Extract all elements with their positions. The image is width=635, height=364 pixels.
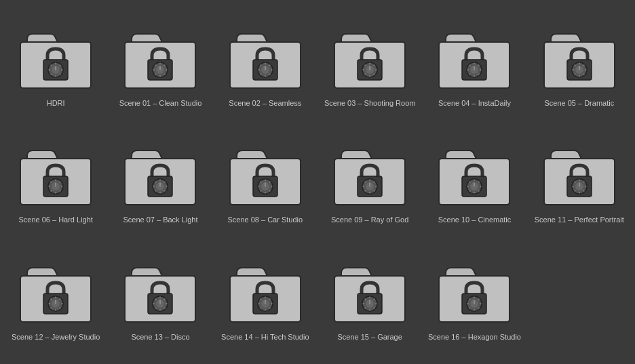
folder-label-0: HDRI (47, 99, 65, 107)
folder-icon-2 (225, 24, 306, 96)
folder-icon-12 (15, 258, 96, 329)
folder-item-1[interactable]: Scene 01 – Clean Studio (108, 7, 212, 123)
folder-item-0[interactable]: HDRI (3, 7, 108, 123)
folder-label-6: Scene 06 – Hard Light (18, 216, 92, 224)
folder-item-13[interactable]: Scene 13 – Disco (108, 241, 212, 357)
folder-icon-5 (539, 24, 620, 96)
folder-grid: HDRIScene 01 – Clean StudioScene 02 – Se… (0, 0, 635, 364)
folder-item-3[interactable]: Scene 03 – Shooting Room (318, 7, 422, 123)
folder-item-14[interactable]: Scene 14 – Hi Tech Studio (213, 241, 318, 357)
folder-label-8: Scene 08 – Car Studio (227, 216, 303, 224)
folder-label-7: Scene 07 – Back Light (123, 216, 197, 224)
folder-icon-4 (434, 24, 515, 96)
folder-icon-1 (119, 24, 201, 96)
folder-label-16: Scene 16 – Hexagon Studio (428, 333, 521, 341)
folder-icon-8 (225, 141, 306, 212)
folder-item-7[interactable]: Scene 07 – Back Light (108, 123, 212, 240)
folder-label-4: Scene 04 – InstaDaily (438, 99, 511, 107)
folder-label-10: Scene 10 – Cinematic (438, 216, 512, 224)
folder-icon-0 (15, 24, 96, 96)
folder-item-16[interactable]: Scene 16 – Hexagon Studio (422, 241, 526, 357)
folder-item-10[interactable]: Scene 10 – Cinematic (422, 123, 526, 240)
folder-label-3: Scene 03 – Shooting Room (324, 99, 416, 107)
folder-label-12: Scene 12 – Jewelry Studio (12, 333, 100, 341)
folder-icon-6 (15, 141, 96, 212)
folder-icon-14 (225, 258, 306, 329)
folder-item-4[interactable]: Scene 04 – InstaDaily (422, 7, 526, 123)
folder-item-12[interactable]: Scene 12 – Jewelry Studio (3, 241, 108, 357)
folder-item-2[interactable]: Scene 02 – Seamless (213, 7, 318, 123)
folder-icon-11 (539, 141, 620, 212)
folder-item-15[interactable]: Scene 15 – Garage (318, 241, 422, 357)
folder-icon-16 (434, 258, 515, 329)
folder-label-11: Scene 11 – Perfect Portrait (535, 216, 624, 224)
folder-icon-3 (329, 24, 410, 96)
folder-item-9[interactable]: Scene 09 – Ray of God (318, 123, 422, 240)
folder-label-2: Scene 02 – Seamless (229, 99, 301, 107)
folder-item-6[interactable]: Scene 06 – Hard Light (3, 123, 108, 240)
folder-item-5[interactable]: Scene 05 – Dramatic (527, 7, 632, 123)
folder-label-5: Scene 05 – Dramatic (544, 99, 614, 107)
folder-icon-10 (434, 141, 515, 212)
folder-item-8[interactable]: Scene 08 – Car Studio (213, 123, 318, 240)
folder-label-14: Scene 14 – Hi Tech Studio (221, 333, 309, 341)
folder-label-1: Scene 01 – Clean Studio (119, 99, 202, 107)
folder-label-15: Scene 15 – Garage (337, 333, 402, 341)
folder-icon-15 (329, 258, 410, 329)
folder-icon-9 (329, 141, 410, 212)
folder-icon-7 (119, 141, 201, 212)
folder-icon-13 (119, 258, 201, 329)
folder-label-9: Scene 09 – Ray of God (331, 216, 408, 224)
folder-item-11[interactable]: Scene 11 – Perfect Portrait (527, 123, 632, 240)
folder-label-13: Scene 13 – Disco (131, 333, 189, 341)
